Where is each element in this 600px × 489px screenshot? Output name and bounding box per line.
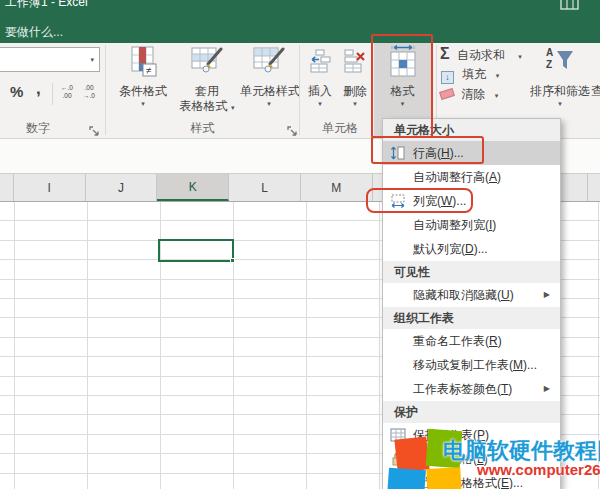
menu-item-lock-cell[interactable]: 锁定单元格(L)	[383, 447, 560, 471]
decrease-decimal-button[interactable]: .00 →.0	[78, 84, 100, 100]
delete-cells-icon	[343, 49, 367, 77]
group-divider	[105, 45, 106, 135]
number-dialog-launcher-icon[interactable]	[89, 123, 100, 134]
chevron-down-icon: ▾	[528, 100, 592, 108]
menu-item-row-height[interactable]: 行高(H)...	[383, 141, 560, 165]
chevron-down-icon: ▾	[90, 56, 94, 64]
column-header-k-selected[interactable]: K	[157, 174, 229, 201]
menu-item-protect-sheet[interactable]: 保护工作表(P)	[383, 423, 560, 447]
menu-item-default-width[interactable]: 默认列宽(D)...	[383, 237, 560, 261]
column-header-j[interactable]: J	[86, 174, 158, 201]
title-bar: 工作簿1 - Excel 要做什么...	[0, 0, 600, 43]
selected-cell[interactable]	[158, 239, 234, 262]
menu-item-column-width[interactable]: 列宽(W)...	[383, 189, 560, 213]
autosum-button[interactable]: Σ 自动求和 ▾	[440, 45, 522, 64]
number-format-combobox[interactable]: ▾	[0, 47, 100, 72]
menu-item-move-copy-sheet[interactable]: 移动或复制工作表(M)...	[383, 353, 560, 377]
format-as-table-icon	[191, 47, 223, 81]
fill-button[interactable]: ↓ 填充 ▾	[441, 66, 499, 84]
tell-me-text[interactable]: 要做什么...	[5, 24, 63, 41]
format-icon	[388, 45, 418, 83]
column-header-partial[interactable]	[0, 174, 14, 201]
menu-item-autofit-row-height[interactable]: 自动调整行高(A)	[383, 165, 560, 189]
menu-item-rename-sheet[interactable]: 重命名工作表(R)	[383, 329, 560, 353]
submenu-arrow-icon: ▶	[544, 377, 550, 401]
column-header-i[interactable]: I	[14, 174, 86, 201]
cells-group-label: 单元格	[300, 120, 380, 137]
format-cells-icon: *	[390, 475, 406, 489]
insert-cells-icon	[309, 49, 331, 77]
conditional-formatting-icon: ≠	[131, 46, 157, 82]
chevron-down-icon: ▾	[112, 100, 174, 108]
chevron-down-icon: ▾	[495, 92, 499, 99]
percent-style-button[interactable]: %	[10, 83, 23, 100]
eraser-icon	[439, 88, 455, 100]
column-width-icon	[390, 193, 406, 209]
lock-cell-icon	[390, 451, 406, 467]
menu-item-format-cells[interactable]: * 设置单元格格式(E)...	[383, 471, 560, 489]
row-height-icon	[390, 145, 406, 161]
fill-handle[interactable]	[230, 258, 235, 263]
submenu-arrow-icon: ▶	[544, 283, 550, 307]
sort-filter-icon: A Z	[544, 45, 576, 83]
menu-item-autofit-column-width[interactable]: 自动调整列宽(I)	[383, 213, 560, 237]
chevron-down-icon: ▾	[303, 100, 337, 108]
comma-style-button[interactable]: ,	[36, 79, 41, 99]
cell-styles-icon	[253, 47, 285, 81]
menu-section-organize-sheets: 组织工作表	[383, 307, 560, 329]
number-group-label: 数字	[8, 120, 68, 137]
divider	[52, 83, 53, 105]
increase-decimal-button[interactable]: ←.0 .00	[56, 84, 78, 100]
column-header-m[interactable]: M	[301, 174, 373, 201]
column-header-q-partial[interactable]	[588, 174, 600, 201]
fill-down-icon: ↓	[441, 71, 454, 84]
chevron-down-icon: ▾	[231, 104, 235, 111]
svg-text:≠: ≠	[146, 65, 152, 76]
column-header-l[interactable]: L	[229, 174, 301, 201]
find-select-label-partial[interactable]: 查	[591, 83, 600, 100]
menu-section-cell-size: 单元格大小	[383, 119, 560, 141]
ribbon-display-icon[interactable]	[560, 0, 580, 9]
excel-window: 工作簿1 - Excel 要做什么... ▾ % , ←.0 .00 .00 →…	[0, 0, 600, 489]
svg-text:*: *	[393, 478, 396, 485]
window-title: 工作簿1 - Excel	[5, 0, 88, 11]
chevron-down-icon: ▾	[374, 100, 431, 108]
sort-a-letter: A	[546, 47, 553, 58]
menu-item-hide-unhide[interactable]: 隐藏和取消隐藏(U) ▶	[383, 283, 560, 307]
sort-z-letter: Z	[546, 59, 552, 70]
styles-group-label: 样式	[107, 120, 298, 137]
menu-section-protection: 保护	[383, 401, 560, 423]
clear-button[interactable]: 清除 ▾	[440, 86, 498, 103]
chevron-down-icon: ▾	[518, 53, 522, 60]
format-dropdown-menu: 单元格大小 行高(H)... 自动调整行高(A) 列宽(W)...	[382, 118, 561, 489]
sigma-icon: Σ	[440, 45, 450, 62]
chevron-down-icon: ▾	[496, 72, 500, 79]
menu-section-visibility: 可见性	[383, 261, 560, 283]
protect-sheet-icon	[390, 427, 406, 443]
chevron-down-icon: ▾	[338, 100, 372, 108]
styles-dialog-launcher-icon[interactable]	[287, 123, 298, 134]
menu-item-tab-color[interactable]: 工作表标签颜色(T) ▶	[383, 377, 560, 401]
chevron-down-icon: ▾	[240, 100, 298, 108]
